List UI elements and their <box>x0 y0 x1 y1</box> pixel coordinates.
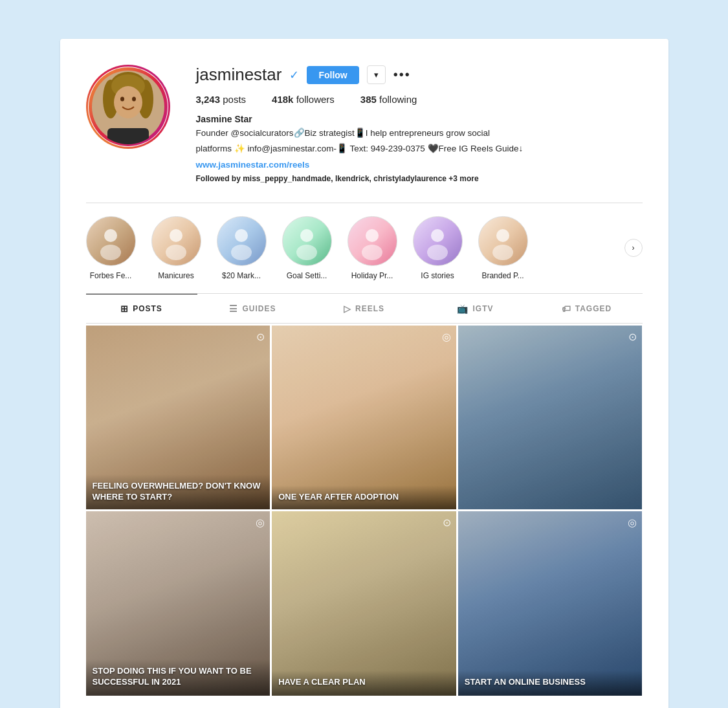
posts-grid: ⊙FEELING OVERWHELMED? DON'T KNOW WHERE T… <box>86 326 643 696</box>
tab-icon: ☰ <box>229 304 238 314</box>
tab-tagged[interactable]: 🏷TAGGED <box>531 294 643 323</box>
highlight-image <box>222 221 261 260</box>
highlights-row: Forbes Fe... Manicures $20 Mark... Goal … <box>86 203 643 294</box>
followed-by: Followed by miss_peppy_handmade, lkendri… <box>196 174 643 183</box>
highlight-item-5[interactable]: IG stories <box>413 216 463 280</box>
tab-label: REELS <box>355 304 384 313</box>
highlight-circle <box>86 216 136 266</box>
svg-point-24 <box>366 229 379 242</box>
highlight-circle <box>151 216 201 266</box>
post-type-icon: ◎ <box>442 331 451 343</box>
svg-point-27 <box>431 229 444 242</box>
svg-point-7 <box>114 86 142 118</box>
highlight-circle <box>413 216 463 266</box>
display-name: Jasmine Star <box>196 114 643 124</box>
tab-icon: 🏷 <box>562 304 571 314</box>
highlight-label: IG stories <box>421 271 454 280</box>
highlight-image <box>418 221 457 260</box>
post-thumbnail[interactable]: ⊙HAVE A CLEAR PLAN <box>272 511 456 696</box>
dropdown-button[interactable]: ▾ <box>367 65 386 84</box>
highlight-image <box>287 221 326 260</box>
svg-point-13 <box>100 245 121 260</box>
highlight-item-6[interactable]: Branded P... <box>478 216 528 280</box>
svg-point-22 <box>296 245 317 260</box>
tab-guides[interactable]: ☰GUIDES <box>197 294 309 323</box>
profile-info: jasminestar ✓ Follow ▾ ••• 3,243 posts 4… <box>196 65 643 183</box>
highlight-image <box>483 221 522 260</box>
post-caption: HAVE A CLEAR PLAN <box>278 677 450 688</box>
svg-point-19 <box>231 245 252 260</box>
tab-igtv[interactable]: 📺IGTV <box>420 294 531 323</box>
post-type-icon: ◎ <box>628 516 637 529</box>
bio-line1: Founder @socialcurators🔗Biz strategist📱I… <box>196 127 643 140</box>
tab-label: POSTS <box>133 304 162 313</box>
post-caption: one year after adoption <box>278 492 450 503</box>
highlight-image <box>157 221 195 260</box>
highlight-circle <box>347 216 397 266</box>
post-type-icon: ⊙ <box>628 331 637 343</box>
highlight-label: Holiday Pr... <box>351 271 393 280</box>
posts-stat: 3,243 posts <box>196 94 247 105</box>
post-thumbnail[interactable]: ◎STOP DOING THIS IF YOU WANT TO BE SUCCE… <box>86 511 270 696</box>
verified-icon: ✓ <box>289 68 299 82</box>
highlight-item-0[interactable]: Forbes Fe... <box>86 216 136 280</box>
highlight-image <box>91 221 130 260</box>
svg-point-18 <box>235 229 248 242</box>
highlight-label: Branded P... <box>481 271 524 280</box>
post-type-icon: ⊙ <box>443 516 451 529</box>
svg-point-12 <box>104 229 117 242</box>
highlight-item-3[interactable]: Goal Setti... <box>282 216 332 280</box>
svg-point-21 <box>300 229 313 242</box>
highlight-item-2[interactable]: $20 Mark... <box>217 216 267 280</box>
post-thumbnail[interactable]: ⊙FEELING OVERWHELMED? DON'T KNOW WHERE T… <box>86 326 270 510</box>
post-caption: START AN ONLINE BUSINESS <box>465 677 636 688</box>
tab-icon: 📺 <box>457 304 469 314</box>
following-stat: 385 following <box>360 94 417 105</box>
svg-point-25 <box>362 245 382 260</box>
svg-point-15 <box>170 229 182 242</box>
svg-point-16 <box>166 245 186 260</box>
highlight-item-4[interactable]: Holiday Pr... <box>347 216 397 280</box>
tab-posts[interactable]: ⊞POSTS <box>86 294 197 323</box>
avatar <box>86 65 170 149</box>
tab-icon: ▷ <box>344 304 351 314</box>
highlight-item-1[interactable]: Manicures <box>151 216 201 280</box>
post-caption: STOP DOING THIS IF YOU WANT TO BE SUCCES… <box>93 666 264 688</box>
svg-rect-10 <box>107 128 149 147</box>
post-caption: FEELING OVERWHELMED? DON'T KNOW WHERE TO… <box>93 481 264 503</box>
tab-reels[interactable]: ▷REELS <box>309 294 420 323</box>
svg-point-9 <box>132 97 136 102</box>
bio-link[interactable]: www.jasminestar.com/reels <box>196 160 310 170</box>
post-thumbnail[interactable]: ⊙ <box>458 326 643 510</box>
highlight-circle <box>478 216 528 266</box>
highlight-image <box>353 221 392 260</box>
highlight-circle <box>282 216 332 266</box>
highlight-label: $20 Mark... <box>222 271 261 280</box>
svg-point-8 <box>120 97 124 102</box>
stats-row: 3,243 posts 418k followers 385 following <box>196 94 643 105</box>
highlight-circle <box>217 216 267 266</box>
bio-line2: platforms ✨ info@jasminestar.com-📱 Text:… <box>196 142 643 155</box>
post-thumbnail[interactable]: ◎one year after adoption <box>272 326 456 510</box>
tab-label: IGTV <box>472 304 493 313</box>
highlights-next-button[interactable]: › <box>624 239 643 257</box>
svg-point-31 <box>492 245 513 260</box>
highlight-label: Manicures <box>158 271 193 280</box>
tab-label: GUIDES <box>242 304 276 313</box>
profile-card: jasminestar ✓ Follow ▾ ••• 3,243 posts 4… <box>60 39 668 708</box>
username: jasminestar <box>196 65 282 85</box>
post-thumbnail[interactable]: ◎START AN ONLINE BUSINESS <box>458 511 643 696</box>
username-row: jasminestar ✓ Follow ▾ ••• <box>196 65 643 85</box>
post-type-icon: ⊙ <box>256 331 265 343</box>
highlight-label: Goal Setti... <box>287 271 327 280</box>
more-button[interactable]: ••• <box>393 67 411 82</box>
avatar-wrap <box>86 65 170 149</box>
avatar-image <box>88 67 168 147</box>
followers-stat: 418k followers <box>272 94 335 105</box>
follow-button[interactable]: Follow <box>307 66 358 84</box>
tab-label: TAGGED <box>575 304 612 313</box>
tabs: ⊞POSTS☰GUIDES▷REELS📺IGTV🏷TAGGED <box>86 294 643 324</box>
tab-icon: ⊞ <box>120 304 129 314</box>
highlight-label: Forbes Fe... <box>90 271 132 280</box>
post-type-icon: ◎ <box>256 516 265 529</box>
